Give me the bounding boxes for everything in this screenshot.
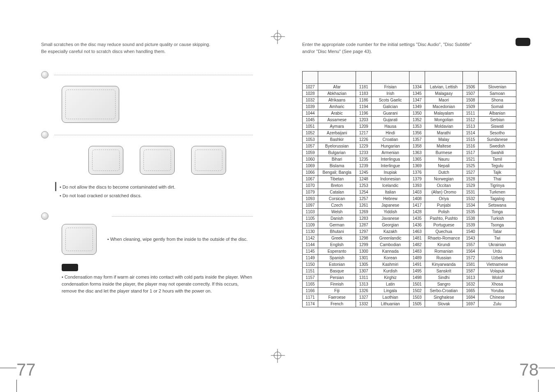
table-cell: Laothian	[372, 294, 409, 301]
table-cell: 1363	[409, 150, 425, 156]
section-header-cleaning	[41, 212, 253, 220]
table-cell: Russian	[425, 255, 463, 261]
table-row: 1145Esperanto1300Kannada1483Romanian1564…	[303, 248, 516, 255]
note-label-icon	[62, 264, 78, 271]
table-cell: 1051	[303, 123, 318, 130]
table-cell: 1166	[303, 288, 318, 294]
table-cell: Shona	[479, 97, 516, 104]
table-cell: Scots Gaelic	[372, 97, 409, 104]
page-number: 77	[16, 360, 36, 380]
intro-text: Small scratches on the disc may reduce s…	[41, 41, 253, 55]
table-cell: 1298	[356, 235, 372, 242]
table-cell: 1587	[463, 268, 479, 274]
table-cell: Czech	[318, 202, 356, 209]
table-cell: 1482	[409, 242, 425, 248]
table-cell: Tigrinya	[479, 182, 516, 189]
table-cell: Yiddish	[372, 209, 409, 215]
table-row: 1059Bulgarian1233Armenian1363Burmese1517…	[303, 150, 516, 156]
table-cell: Afar	[318, 84, 356, 90]
table-cell: 1297	[356, 228, 372, 235]
table-cell: Indonesian	[372, 176, 409, 182]
table-cell: 1226	[356, 136, 372, 143]
table-cell: Oriya	[425, 196, 463, 202]
table-cell: 1145	[303, 248, 318, 255]
table-cell: Frisian	[372, 84, 409, 90]
table-cell: Maltese	[425, 143, 463, 150]
table-cell: Kurdish	[372, 268, 409, 274]
table-cell: Kirundi	[425, 242, 463, 248]
table-cell: 1097	[303, 202, 318, 209]
table-cell: 1376	[409, 169, 425, 176]
table-cell: 1564	[463, 248, 479, 255]
table-cell: 1032	[303, 97, 318, 104]
table-cell: Uzbek	[479, 255, 516, 261]
intro-line-1: Small scratches on the disc may reduce s…	[41, 42, 210, 47]
table-row: 1039Amharic1194Galician1349Macedonian150…	[303, 104, 516, 110]
table-cell: 1171	[303, 294, 318, 301]
table-cell: Byelorussian	[318, 143, 356, 150]
table-cell: Bulgarian	[318, 150, 356, 156]
table-cell: Spanish	[318, 255, 356, 261]
table-cell: Tamil	[479, 156, 516, 163]
table-row: 1032Afrikaans1186Scots Gaelic1347Maori15…	[303, 97, 516, 104]
table-cell: 1495	[409, 268, 425, 274]
table-cell: 1539	[463, 222, 479, 228]
table-cell: Inupiak	[372, 169, 409, 176]
table-cell: 1269	[356, 209, 372, 215]
table-cell: Sesotho	[479, 130, 516, 136]
table-cell: 1358	[409, 143, 425, 150]
table-cell: Sindhi	[425, 274, 463, 281]
table-row: 1066Bengali; Bangla1245Inupiak1376Dutch1…	[303, 169, 516, 176]
table-cell: Bihari	[318, 156, 356, 163]
table-cell: Hausa	[372, 123, 409, 130]
table-cell: Hungarian	[372, 143, 409, 150]
table-cell: 1489	[409, 255, 425, 261]
table-row: 1067Tibetan1248Indonesian1379Norwegian15…	[303, 176, 516, 182]
table-cell: Slovak	[425, 301, 463, 307]
table-row: 1028Abkhazian1183Irish1345Malagasy1507Sa…	[303, 90, 516, 97]
table-cell: Faeroese	[318, 294, 356, 301]
table-cell: 1505	[409, 301, 425, 307]
table-row: 1060Bihari1235Interlingua1365Nauru1521Ta…	[303, 156, 516, 163]
table-cell: 1521	[463, 156, 479, 163]
table-cell: 1229	[356, 143, 372, 150]
table-cell: Kannada	[372, 248, 409, 255]
accent-bar-icon	[55, 182, 56, 191]
table-cell: 1514	[463, 130, 479, 136]
table-cell: Japanese	[372, 202, 409, 209]
language-code-table: 1027Afar1181Frisian1334Latvian, Lettish1…	[302, 71, 516, 307]
col-header	[409, 71, 425, 84]
table-cell: 1183	[356, 90, 372, 97]
col-header	[479, 71, 516, 84]
table-cell: 1527	[463, 169, 479, 176]
table-cell: 1070	[303, 182, 318, 189]
table-cell: 1352	[409, 117, 425, 123]
table-cell: 1517	[463, 150, 479, 156]
table-cell: 1697	[463, 301, 479, 307]
table-cell: Kirghiz	[372, 274, 409, 281]
table-cell: Fiji	[318, 288, 356, 294]
table-cell: 1203	[356, 117, 372, 123]
table-row: 1142Greek1298Greenlandic1481Rhaeto-Roman…	[303, 235, 516, 242]
table-cell: 1105	[303, 215, 318, 222]
table-cell: 1283	[356, 215, 372, 222]
table-cell: Latvian, Lettish	[425, 84, 463, 90]
table-cell: Breton	[318, 182, 356, 189]
table-cell: Romanian	[425, 248, 463, 255]
hand-disc-icon	[62, 86, 119, 123]
table-cell: Kinyarwanda	[425, 261, 463, 268]
table-row: 1166Fiji1326Lingala1502Serbo-Croatian166…	[303, 288, 516, 294]
table-cell: 1067	[303, 176, 318, 182]
table-cell: 1253	[356, 182, 372, 189]
table-cell: Malay	[425, 136, 463, 143]
table-row: 1130Bhutani1297Kazakh1463Quechua1540Tata…	[303, 228, 516, 235]
table-cell: 1528	[463, 176, 479, 182]
table-cell: Pashto, Pushto	[425, 215, 463, 222]
table-cell: 1557	[463, 242, 479, 248]
table-cell: Croatian	[372, 136, 409, 143]
table-cell: Sangro	[425, 281, 463, 288]
bullet-text: • Do not load cracked or scratched discs…	[60, 192, 175, 199]
table-cell: 1157	[303, 274, 318, 281]
table-cell: 1093	[303, 196, 318, 202]
bullet-dot-icon	[41, 71, 49, 78]
